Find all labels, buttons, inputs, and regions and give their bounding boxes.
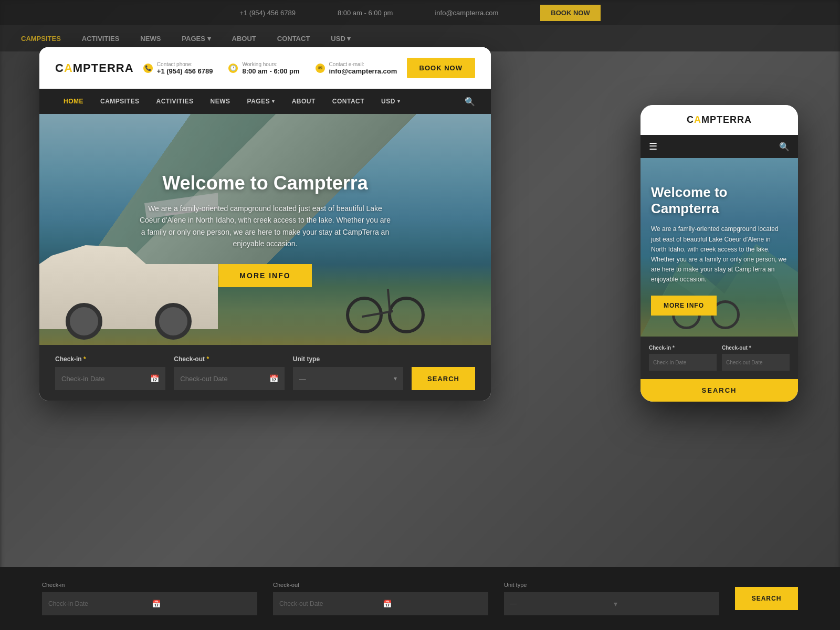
mobile-hero-description: We are a family-oriented campground loca… (651, 224, 788, 285)
bg-unittype-field: Unit type — ▾ (504, 582, 719, 615)
checkin-calendar-icon: 📅 (150, 374, 159, 383)
email-label: Contact e-mail: (329, 61, 397, 67)
phone-info: 📞 Contact phone: +1 (954) 456 6789 (143, 61, 213, 75)
mobile-checkout-input[interactable] (722, 354, 790, 371)
hours-info: 🕐 Working hours: 8:00 am - 6:00 pm (228, 61, 299, 75)
bg-email: info@campterra.com (435, 9, 498, 17)
logo-dot: A (64, 61, 73, 75)
bg-nav-about: ABOUT (232, 35, 256, 43)
calendar-icon-2: 📅 (383, 600, 482, 608)
unit-type-select[interactable]: — Tent Site RV Site Cabin (293, 367, 403, 390)
bg-checkin-placeholder: Check-in Date (48, 600, 148, 607)
phone-icon: 📞 (143, 64, 153, 73)
mobile-search-icon[interactable]: 🔍 (779, 142, 790, 152)
hours-text: Working hours: 8:00 am - 6:00 pm (242, 61, 299, 75)
bg-unittype-placeholder: — (510, 600, 610, 607)
bg-topbar: +1 (954) 456 6789 8:00 am - 6:00 pm info… (0, 0, 840, 25)
bg-phone: +1 (954) 456 6789 (239, 9, 296, 17)
mobile-hero-content: Welcome to Campterra We are a family-ori… (640, 174, 798, 326)
mobile-checkout-field: Check-out * (722, 345, 790, 371)
mobile-logo-dot: A (694, 114, 701, 125)
desktop-logo: CAMPTERRA (55, 61, 134, 75)
hero-title: Welcome to Campterra (139, 172, 391, 194)
desktop-nav: HOME CAMPSITES ACTIVITIES NEWS PAGES ▾ A… (39, 89, 491, 114)
bg-unittype-input: — ▾ (504, 592, 719, 615)
pages-arrow-icon: ▾ (272, 99, 275, 104)
usd-arrow-icon: ▾ (397, 99, 401, 104)
checkout-label: Check-out * (174, 355, 284, 363)
checkin-input-wrap: 📅 (55, 367, 165, 390)
checkin-label: Check-in * (55, 355, 165, 363)
nav-campsites[interactable]: CAMPSITES (92, 89, 148, 114)
mobile-header: CAMPTERRA (640, 105, 798, 135)
calendar-icon: 📅 (152, 600, 251, 608)
mobile-nav: ☰ 🔍 (640, 135, 798, 158)
checkout-input-wrap: 📅 (174, 367, 284, 390)
hamburger-icon[interactable]: ☰ (649, 141, 657, 152)
checkout-input[interactable] (174, 367, 284, 390)
nav-news[interactable]: NEWS (202, 89, 239, 114)
hours-label: Working hours: (242, 61, 299, 67)
bg-booking-section: Check-in Check-in Date 📅 Check-out Check… (0, 567, 840, 630)
mobile-hero-title: Welcome to Campterra (651, 184, 788, 217)
desktop-header: CAMPTERRA 📞 Contact phone: +1 (954) 456 … (39, 47, 491, 89)
bg-checkout-input: Check-out Date 📅 (273, 592, 488, 615)
desktop-window: CAMPTERRA 📞 Contact phone: +1 (954) 456 … (39, 47, 491, 401)
mobile-more-info-button[interactable]: MORE INFO (651, 296, 717, 316)
nav-home[interactable]: HOME (55, 89, 92, 114)
bg-nav-activities: ACTIVITIES (82, 35, 120, 43)
phone-label: Contact phone: (157, 61, 213, 67)
car-wheel-front (66, 303, 102, 340)
hours-value: 8:00 am - 6:00 pm (242, 67, 299, 75)
checkin-field: Check-in * 📅 (55, 355, 165, 390)
header-info: 📞 Contact phone: +1 (954) 456 6789 🕐 Wor… (143, 61, 397, 75)
bg-checkin-label: Check-in (42, 582, 257, 588)
search-button[interactable]: SEARCH (412, 367, 475, 390)
unit-type-field: Unit type — Tent Site RV Site Cabin ▾ (293, 355, 403, 390)
book-now-button[interactable]: BOOK NOW (407, 58, 475, 78)
nav-pages[interactable]: PAGES ▾ (239, 89, 284, 114)
bg-checkout-field: Check-out Check-out Date 📅 (273, 582, 488, 615)
nav-search-icon[interactable]: 🔍 (465, 97, 475, 107)
bg-checkout-label: Check-out (273, 582, 488, 588)
unit-type-select-wrap: — Tent Site RV Site Cabin ▾ (293, 367, 403, 390)
bg-book-btn[interactable]: BOOK NOW (540, 5, 600, 21)
nav-usd[interactable]: USD ▾ (373, 89, 408, 114)
select-arrow-icon: ▾ (394, 375, 397, 382)
mobile-checkin-input[interactable] (649, 354, 717, 371)
nav-contact[interactable]: CONTACT (324, 89, 373, 114)
email-value: info@campterra.com (329, 67, 397, 75)
unit-type-label: Unit type (293, 355, 403, 363)
more-info-button[interactable]: MORE INFO (218, 264, 311, 287)
checkin-required-marker: * (83, 355, 86, 363)
mobile-checkin-label: Check-in * (649, 345, 717, 351)
hero-content: Welcome to Campterra We are a family-ori… (129, 161, 402, 298)
checkout-label-text: Check-out (174, 355, 205, 363)
bg-nav-pages: PAGES ▾ (182, 35, 211, 43)
clock-icon: 🕐 (228, 64, 238, 73)
checkin-label-text: Check-in (55, 355, 82, 363)
mobile-search-button[interactable]: SEARCH (640, 379, 798, 402)
hero-section: Welcome to Campterra We are a family-ori… (39, 114, 491, 345)
bg-nav-contact: CONTACT (277, 35, 310, 43)
mobile-checkin-field: Check-in * (649, 345, 717, 371)
bg-checkin-field: Check-in Check-in Date 📅 (42, 582, 257, 615)
bg-checkin-input: Check-in Date 📅 (42, 592, 257, 615)
bg-nav-news: NEWS (140, 35, 161, 43)
bg-nav-home: CAMPSITES (21, 35, 61, 43)
booking-bar: Check-in * 📅 Check-out * 📅 Unit type (39, 345, 491, 401)
mobile-logo: CAMPTERRA (687, 114, 752, 125)
checkin-input[interactable] (55, 367, 165, 390)
checkout-calendar-icon: 📅 (269, 374, 278, 383)
bg-search-btn[interactable]: SEARCH (735, 587, 798, 610)
bg-nav-usd: USD ▾ (331, 35, 351, 43)
phone-value: +1 (954) 456 6789 (157, 67, 213, 75)
email-info: ✉ Contact e-mail: info@campterra.com (316, 61, 397, 75)
bg-unittype-label: Unit type (504, 582, 719, 588)
email-text: Contact e-mail: info@campterra.com (329, 61, 397, 75)
chevron-down-icon: ▾ (614, 600, 713, 608)
nav-activities[interactable]: ACTIVITIES (148, 89, 202, 114)
checkout-required-marker: * (206, 355, 209, 363)
mail-icon: ✉ (316, 64, 325, 73)
nav-about[interactable]: ABOUT (284, 89, 324, 114)
